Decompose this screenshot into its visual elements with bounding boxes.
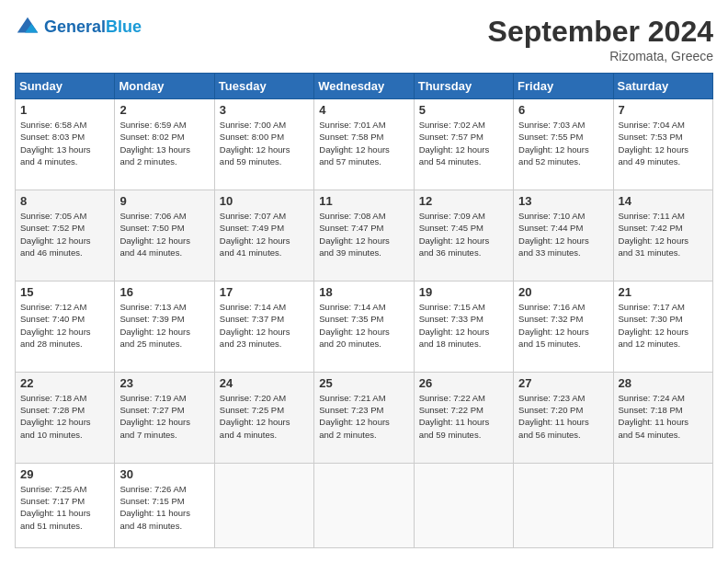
day-cell: 8 Sunrise: 7:05 AMSunset: 7:52 PMDayligh… (16, 190, 115, 281)
col-thursday: Thursday (414, 74, 513, 99)
day-cell: 27 Sunrise: 7:23 AMSunset: 7:20 PMDaylig… (514, 372, 613, 463)
day-number: 3 (220, 103, 309, 117)
day-number: 25 (319, 376, 408, 390)
day-info: Sunrise: 7:17 AMSunset: 7:30 PMDaylight:… (619, 301, 708, 350)
day-info: Sunrise: 7:02 AMSunset: 7:57 PMDaylight:… (419, 119, 508, 167)
day-number: 24 (220, 376, 309, 390)
day-number: 16 (119, 285, 209, 299)
day-info: Sunrise: 7:14 AMSunset: 7:37 PMDaylight:… (220, 301, 309, 350)
day-info: Sunrise: 7:06 AMSunset: 7:50 PMDaylight:… (119, 210, 209, 259)
day-info: Sunrise: 7:04 AMSunset: 7:53 PMDaylight:… (619, 119, 708, 167)
empty-cell (613, 463, 712, 547)
day-number: 15 (20, 285, 109, 299)
calendar: Sunday Monday Tuesday Wednesday Thursday… (15, 73, 713, 548)
empty-cell (414, 463, 513, 547)
table-row: 8 Sunrise: 7:05 AMSunset: 7:52 PMDayligh… (16, 190, 713, 281)
day-info: Sunrise: 7:01 AMSunset: 7:58 PMDaylight:… (319, 119, 408, 167)
table-row: 15 Sunrise: 7:12 AMSunset: 7:40 PMDaylig… (16, 281, 713, 372)
day-cell: 29 Sunrise: 7:25 AMSunset: 7:17 PMDaylig… (16, 463, 115, 547)
day-info: Sunrise: 7:00 AMSunset: 8:00 PMDaylight:… (220, 119, 309, 167)
day-cell: 14 Sunrise: 7:11 AMSunset: 7:42 PMDaylig… (613, 190, 712, 281)
day-info: Sunrise: 7:14 AMSunset: 7:35 PMDaylight:… (319, 301, 408, 350)
header: GeneralBlue September 2024 Rizomata, Gre… (15, 15, 713, 63)
month-title: September 2024 (488, 15, 713, 49)
day-cell: 1 Sunrise: 6:58 AMSunset: 8:03 PMDayligh… (16, 99, 115, 190)
day-info: Sunrise: 7:16 AMSunset: 7:32 PMDaylight:… (518, 301, 608, 350)
empty-cell (314, 463, 414, 547)
day-number: 19 (419, 285, 508, 299)
day-info: Sunrise: 7:26 AMSunset: 7:15 PMDaylight:… (119, 483, 209, 532)
logo-general: General (44, 17, 106, 36)
logo: GeneralBlue (15, 15, 142, 40)
day-number: 17 (220, 285, 309, 299)
day-cell: 13 Sunrise: 7:10 AMSunset: 7:44 PMDaylig… (514, 190, 613, 281)
day-cell: 17 Sunrise: 7:14 AMSunset: 7:37 PMDaylig… (214, 281, 313, 372)
day-number: 7 (619, 103, 708, 117)
day-info: Sunrise: 7:03 AMSunset: 7:55 PMDaylight:… (518, 119, 608, 167)
day-cell: 16 Sunrise: 7:13 AMSunset: 7:39 PMDaylig… (115, 281, 214, 372)
day-info: Sunrise: 7:12 AMSunset: 7:40 PMDaylight:… (20, 301, 109, 350)
day-cell: 20 Sunrise: 7:16 AMSunset: 7:32 PMDaylig… (514, 281, 613, 372)
day-info: Sunrise: 7:24 AMSunset: 7:18 PMDaylight:… (619, 392, 708, 441)
table-row: 22 Sunrise: 7:18 AMSunset: 7:28 PMDaylig… (16, 372, 713, 463)
day-cell: 9 Sunrise: 7:06 AMSunset: 7:50 PMDayligh… (115, 190, 214, 281)
day-info: Sunrise: 7:22 AMSunset: 7:22 PMDaylight:… (419, 392, 508, 441)
table-row: 1 Sunrise: 6:58 AMSunset: 8:03 PMDayligh… (16, 99, 713, 190)
day-number: 1 (20, 103, 109, 117)
day-info: Sunrise: 7:05 AMSunset: 7:52 PMDaylight:… (20, 210, 109, 259)
empty-cell (514, 463, 613, 547)
day-number: 2 (119, 103, 209, 117)
day-number: 14 (619, 194, 708, 208)
day-cell: 23 Sunrise: 7:19 AMSunset: 7:27 PMDaylig… (115, 372, 214, 463)
day-number: 12 (419, 194, 508, 208)
day-number: 9 (119, 194, 209, 208)
logo-text: GeneralBlue (44, 18, 142, 37)
day-info: Sunrise: 7:08 AMSunset: 7:47 PMDaylight:… (319, 210, 408, 259)
day-cell: 6 Sunrise: 7:03 AMSunset: 7:55 PMDayligh… (514, 99, 613, 190)
day-info: Sunrise: 7:19 AMSunset: 7:27 PMDaylight:… (119, 392, 209, 441)
col-saturday: Saturday (613, 74, 712, 99)
day-cell: 26 Sunrise: 7:22 AMSunset: 7:22 PMDaylig… (414, 372, 513, 463)
day-number: 23 (119, 376, 209, 390)
page: GeneralBlue September 2024 Rizomata, Gre… (0, 0, 728, 563)
day-cell: 21 Sunrise: 7:17 AMSunset: 7:30 PMDaylig… (613, 281, 712, 372)
day-cell: 12 Sunrise: 7:09 AMSunset: 7:45 PMDaylig… (414, 190, 513, 281)
day-cell: 25 Sunrise: 7:21 AMSunset: 7:23 PMDaylig… (314, 372, 414, 463)
day-cell: 22 Sunrise: 7:18 AMSunset: 7:28 PMDaylig… (16, 372, 115, 463)
day-cell: 30 Sunrise: 7:26 AMSunset: 7:15 PMDaylig… (115, 463, 214, 547)
day-info: Sunrise: 7:09 AMSunset: 7:45 PMDaylight:… (419, 210, 508, 259)
day-cell: 4 Sunrise: 7:01 AMSunset: 7:58 PMDayligh… (314, 99, 414, 190)
day-number: 18 (319, 285, 408, 299)
day-cell: 11 Sunrise: 7:08 AMSunset: 7:47 PMDaylig… (314, 190, 414, 281)
day-number: 21 (619, 285, 708, 299)
day-number: 4 (319, 103, 408, 117)
day-info: Sunrise: 7:25 AMSunset: 7:17 PMDaylight:… (20, 483, 109, 532)
day-cell: 28 Sunrise: 7:24 AMSunset: 7:18 PMDaylig… (613, 372, 712, 463)
col-monday: Monday (115, 74, 214, 99)
col-tuesday: Tuesday (214, 74, 313, 99)
day-info: Sunrise: 7:20 AMSunset: 7:25 PMDaylight:… (220, 392, 309, 441)
day-info: Sunrise: 6:58 AMSunset: 8:03 PMDaylight:… (20, 119, 109, 167)
location: Rizomata, Greece (488, 49, 713, 63)
day-info: Sunrise: 7:23 AMSunset: 7:20 PMDaylight:… (518, 392, 608, 441)
day-cell: 7 Sunrise: 7:04 AMSunset: 7:53 PMDayligh… (613, 99, 712, 190)
day-cell: 5 Sunrise: 7:02 AMSunset: 7:57 PMDayligh… (414, 99, 513, 190)
day-number: 29 (20, 467, 109, 481)
day-number: 6 (518, 103, 608, 117)
title-block: September 2024 Rizomata, Greece (488, 15, 713, 63)
logo-icon (15, 15, 40, 40)
day-number: 30 (119, 467, 209, 481)
day-number: 11 (319, 194, 408, 208)
day-cell: 18 Sunrise: 7:14 AMSunset: 7:35 PMDaylig… (314, 281, 414, 372)
empty-cell (214, 463, 313, 547)
day-cell: 15 Sunrise: 7:12 AMSunset: 7:40 PMDaylig… (16, 281, 115, 372)
day-info: Sunrise: 7:21 AMSunset: 7:23 PMDaylight:… (319, 392, 408, 441)
day-cell: 24 Sunrise: 7:20 AMSunset: 7:25 PMDaylig… (214, 372, 313, 463)
day-number: 5 (419, 103, 508, 117)
day-number: 26 (419, 376, 508, 390)
day-number: 20 (518, 285, 608, 299)
day-info: Sunrise: 7:15 AMSunset: 7:33 PMDaylight:… (419, 301, 508, 350)
day-info: Sunrise: 7:11 AMSunset: 7:42 PMDaylight:… (619, 210, 708, 259)
day-cell: 3 Sunrise: 7:00 AMSunset: 8:00 PMDayligh… (214, 99, 313, 190)
day-number: 10 (220, 194, 309, 208)
